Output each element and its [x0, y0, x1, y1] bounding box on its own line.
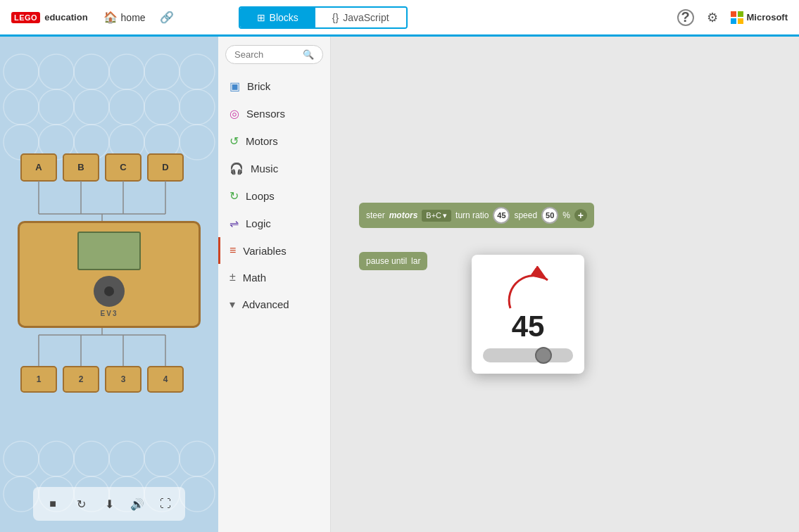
math-label: Math [243, 272, 266, 284]
search-input[interactable] [234, 49, 303, 60]
steer-text: steer [366, 210, 385, 220]
javascript-tab[interactable]: {} JavaScript [315, 8, 406, 27]
ms-grid-icon [731, 11, 743, 24]
bottom-ports-svg: 1 2 3 4 [18, 328, 201, 398]
svg-point-23 [180, 441, 215, 476]
download-icon: ⬇ [105, 498, 114, 511]
svg-point-8 [74, 89, 109, 125]
sidebar-item-music[interactable]: 🎧 Music [218, 155, 330, 182]
steer-block[interactable]: steer motors B+C ▾ turn ratio 45 speed 5… [359, 203, 594, 228]
dial-slider-thumb[interactable] [535, 347, 552, 364]
canvas-area[interactable]: steer motors B+C ▾ turn ratio 45 speed 5… [331, 37, 799, 532]
speed-value[interactable]: 50 [541, 207, 558, 224]
home-nav-item[interactable]: 🏠 home [103, 11, 146, 24]
logic-label: Logic [246, 217, 271, 229]
motors-label: Motors [246, 135, 278, 147]
help-icon: ? [677, 9, 694, 26]
microsoft-logo: Microsoft [731, 11, 788, 24]
svg-point-7 [39, 89, 74, 125]
speed-text: speed [514, 210, 537, 220]
pause-block[interactable]: pause until lar [359, 246, 427, 270]
ev3-diagram: A B C D EV3 [18, 151, 201, 398]
sidebar-item-math[interactable]: ± Math [218, 264, 330, 291]
svg-point-11 [180, 89, 215, 125]
variables-icon: ≡ [229, 244, 236, 257]
motors-icon: ↺ [229, 134, 239, 148]
share-icon: 🔗 [160, 11, 174, 24]
svg-text:4: 4 [163, 374, 168, 384]
sidebar-item-loops[interactable]: ↻ Loops [218, 182, 330, 210]
help-button[interactable]: ? [677, 9, 694, 26]
brick-icon: ▣ [229, 80, 240, 93]
sidebar-item-variables[interactable]: ≡ Variables [218, 237, 330, 264]
svg-text:C: C [120, 162, 127, 172]
sidebar-item-advanced[interactable]: ▾ Advanced [218, 291, 330, 318]
settings-button[interactable]: ⚙ [707, 10, 718, 25]
volume-button[interactable]: 🔊 [126, 493, 149, 515]
blocks-tab[interactable]: ⊞ Blocks [240, 8, 315, 27]
svg-point-0 [4, 54, 39, 89]
svg-point-4 [144, 54, 180, 89]
sidebar: 🔍 ▣ Brick ◎ Sensors ↺ Motors 🎧 Music ↻ L… [218, 37, 331, 532]
svg-point-6 [4, 89, 39, 125]
svg-point-19 [39, 441, 74, 476]
header-nav: 🏠 home 🔗 [103, 11, 174, 24]
advanced-label: Advanced [242, 298, 289, 310]
sidebar-item-sensors[interactable]: ◎ Sensors [218, 100, 330, 127]
ev3-brick: EV3 [18, 221, 201, 328]
bottom-controls: ■ ↻ ⬇ 🔊 ⛶ [33, 487, 185, 521]
search-box[interactable]: 🔍 [225, 45, 323, 64]
volume-icon: 🔊 [130, 498, 144, 511]
sidebar-item-brick[interactable]: ▣ Brick [218, 72, 330, 100]
search-icon: 🔍 [303, 49, 314, 60]
svg-point-1 [39, 54, 74, 89]
steer-block-inner: steer motors B+C ▾ turn ratio 45 speed 5… [359, 203, 594, 228]
stop-button[interactable]: ■ [42, 493, 64, 515]
turn-ratio-value[interactable]: 45 [493, 207, 510, 224]
sensors-icon: ◎ [229, 107, 239, 120]
home-label: home [121, 12, 146, 23]
screenshot-button[interactable]: ⛶ [154, 493, 177, 515]
svg-text:3: 3 [121, 374, 126, 384]
svg-text:A: A [35, 162, 42, 172]
add-button[interactable]: + [574, 209, 587, 222]
variables-label: Variables [243, 245, 286, 257]
download-button[interactable]: ⬇ [98, 493, 120, 515]
javascript-tab-label: JavaScript [343, 12, 389, 23]
svg-text:2: 2 [79, 374, 84, 384]
dial-value: 45 [512, 312, 545, 341]
dial-popup[interactable]: 45 [472, 255, 584, 374]
dropdown-arrow-icon: ▾ [443, 211, 447, 220]
svg-text:D: D [162, 162, 168, 172]
ev3-dpad [94, 276, 125, 307]
brick-label: Brick [247, 80, 270, 92]
sidebar-item-logic[interactable]: ⇌ Logic [218, 210, 330, 237]
pause-text: pause until [366, 256, 407, 266]
percent-symbol: % [562, 210, 570, 220]
svg-point-21 [109, 441, 144, 476]
advanced-icon: ▾ [229, 298, 235, 311]
microsoft-label: Microsoft [747, 12, 788, 23]
svg-text:B: B [77, 162, 84, 172]
header: LEGO education 🏠 home 🔗 ⊞ Blocks {} Java… [0, 0, 799, 37]
share-nav-item[interactable]: 🔗 [160, 11, 174, 24]
top-ports-svg: A B C D [18, 151, 201, 221]
stop-icon: ■ [49, 498, 56, 510]
svg-point-22 [144, 441, 180, 476]
logic-icon: ⇌ [229, 217, 239, 230]
svg-point-18 [4, 441, 39, 476]
loops-label: Loops [246, 190, 275, 202]
refresh-button[interactable]: ↻ [70, 493, 92, 515]
svg-point-2 [74, 54, 109, 89]
motors-dropdown[interactable]: B+C ▾ [422, 210, 451, 222]
category-list: ▣ Brick ◎ Sensors ↺ Motors 🎧 Music ↻ Loo… [218, 72, 330, 318]
main-layout: A B C D EV3 [0, 37, 799, 532]
sidebar-item-motors[interactable]: ↺ Motors [218, 127, 330, 155]
ev3-label: EV3 [101, 310, 118, 317]
ev3-screen [77, 232, 141, 270]
lego-logo: LEGO [11, 12, 40, 23]
dial-slider[interactable] [483, 348, 573, 362]
loops-icon: ↻ [229, 189, 239, 203]
dial-arc-svg [500, 266, 556, 312]
javascript-tab-icon: {} [332, 12, 339, 23]
